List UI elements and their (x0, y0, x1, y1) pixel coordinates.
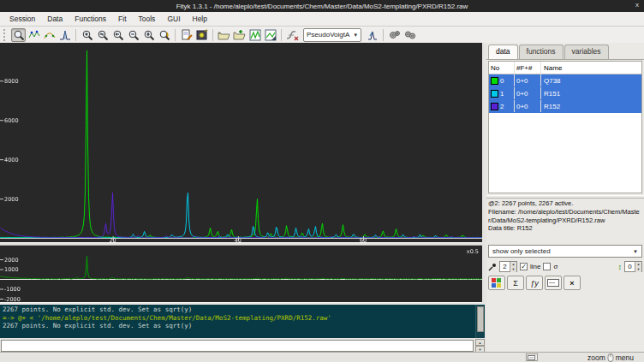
fit-continue-button[interactable] (402, 28, 417, 42)
function-icon (286, 29, 299, 41)
zoom-previous-button[interactable] (157, 28, 171, 42)
statusbar-fields-icon (528, 355, 535, 360)
menu-data[interactable]: Data (41, 13, 69, 25)
delete-dataset-button[interactable]: × (564, 276, 581, 290)
menu-bar: Session Data Functions Fit Tools GUI Hel… (0, 12, 644, 27)
show-filter-select[interactable]: show only selected ▼ (488, 245, 642, 258)
menu-tools[interactable]: Tools (133, 13, 162, 25)
dataset-table: No #F+# Name 0 0+0 Q738 1 0+0 R151 2 0+0… (488, 61, 642, 193)
dataset-name: Q738 (541, 74, 641, 86)
configure-main-plot-button[interactable] (247, 28, 262, 42)
tab-data[interactable]: data (488, 45, 518, 59)
mouse-hint-zoom: zoom (587, 353, 605, 362)
magnifier-icon (13, 29, 25, 41)
function-type-value: PseudoVoigtA (307, 31, 349, 39)
spin-down-icon[interactable]: ▼ (635, 267, 641, 272)
define-function-button[interactable] (285, 28, 300, 42)
line-checkbox-label: line (530, 263, 540, 270)
dataset-color-swatch[interactable] (491, 103, 498, 110)
tab-variables[interactable]: variables (564, 45, 609, 59)
side-panel-splitter[interactable] (486, 195, 644, 199)
info-title: Data title: R152 (488, 224, 642, 233)
configure-aux-plot-button[interactable] (263, 28, 277, 42)
point-size-spinner[interactable]: 2 ▲▼ (499, 261, 517, 272)
command-input[interactable] (1, 340, 474, 352)
shift-spinner[interactable]: 0 ▲▼ (624, 261, 642, 272)
zoom-in-button[interactable] (95, 28, 110, 42)
info-filename: Filename: /home/aleplo/test/Documents/Ch… (488, 208, 642, 225)
sum-button[interactable]: Σ (507, 276, 524, 290)
toolbar-separator (75, 29, 76, 41)
fityk-window: Fityk 1.3.1 - /home/aleplo/test/Document… (0, 0, 644, 362)
table-row[interactable]: 1 0+0 R151 (489, 87, 641, 100)
statusbar-config-button[interactable] (526, 353, 538, 361)
scroll-up-button[interactable]: ▲ (475, 339, 485, 346)
point-size-icon (488, 262, 497, 271)
zoom-mode-button[interactable] (11, 28, 26, 42)
table-row[interactable]: 2 0+0 R152 (489, 100, 641, 113)
fit-run-button[interactable] (387, 28, 402, 42)
data-range-mode-button[interactable] (27, 28, 41, 42)
data-curve-icon (28, 29, 40, 41)
header-f[interactable]: #F+# (515, 62, 541, 74)
zoom-all-button[interactable] (80, 28, 94, 42)
close-button[interactable]: x (635, 1, 639, 9)
plot-frame-icon (249, 29, 261, 41)
menu-session[interactable]: Session (3, 13, 41, 25)
console-scrollbar[interactable] (475, 305, 485, 338)
menu-gui[interactable]: GUI (161, 13, 186, 25)
add-peak-arrow-icon (367, 29, 379, 41)
toolbar-separator (383, 29, 384, 41)
title-bar[interactable]: Fityk 1.3.1 - /home/aleplo/test/Document… (0, 0, 644, 12)
data-editor-button[interactable] (488, 276, 505, 290)
aux-plot-canvas[interactable] (0, 246, 482, 302)
zoom-left-button[interactable] (110, 28, 125, 42)
fit-gears-icon (388, 29, 401, 41)
tab-functions[interactable]: functions (519, 45, 564, 59)
table-row[interactable]: 0 0+0 Q738 (489, 74, 641, 87)
console-scrollbar-thumb[interactable] (477, 306, 484, 332)
info-points: @2: 2267 points, 2267 active. (488, 199, 642, 208)
sigma-checkbox[interactable] (543, 263, 551, 270)
baseline-curve-icon (44, 29, 56, 41)
auto-add-peak-button[interactable] (365, 28, 379, 42)
console-output[interactable]: 2267 points. No explicit std. dev. Set a… (0, 305, 485, 338)
console-line: 2267 points. No explicit std. dev. Set a… (3, 322, 482, 330)
header-no[interactable]: No (489, 62, 515, 74)
settings-button[interactable] (194, 28, 209, 42)
fit-gears-run-icon (403, 29, 416, 41)
zoom-out-button[interactable] (126, 28, 140, 42)
line-checkbox[interactable]: ✓ (520, 263, 528, 270)
add-peak-mode-button[interactable] (57, 28, 72, 42)
main-plot-canvas[interactable] (0, 43, 482, 242)
dataset-color-swatch[interactable] (491, 90, 498, 98)
header-name[interactable]: Name (541, 62, 641, 74)
dataset-no: 1 (500, 90, 504, 98)
toolbar-grip[interactable] (3, 29, 9, 41)
script-editor-button[interactable] (179, 28, 194, 42)
menu-functions[interactable]: Functions (69, 13, 112, 25)
zoom-vertical-button[interactable] (141, 28, 156, 42)
dataset-f-count: 0+0 (515, 74, 541, 86)
dataset-color-swatch[interactable] (491, 77, 498, 85)
load-data-custom-button[interactable] (232, 28, 247, 42)
function-type-select[interactable]: PseudoVoigtA ▼ (303, 28, 361, 42)
script-page-icon (181, 29, 193, 41)
plot-style-controls: 2 ▲▼ ✓ line σ ↕ 0 ▲▼ (488, 260, 642, 273)
show-filter-value: show only selected (492, 247, 551, 255)
spin-down-icon[interactable]: ▼ (510, 267, 516, 272)
chevron-down-icon: ▼ (353, 33, 358, 38)
baseline-mode-button[interactable] (42, 28, 57, 42)
menu-help[interactable]: Help (187, 13, 213, 25)
mouse-hint-menu: menu (616, 353, 634, 362)
dialog-box-icon (547, 279, 559, 287)
magnifier-minus-icon (128, 29, 140, 41)
close-icon: × (569, 279, 574, 288)
mouse-hint: zoom menu (587, 353, 634, 362)
menu-fit[interactable]: Fit (112, 13, 132, 25)
fast-transform-button[interactable]: ƒy (526, 276, 543, 290)
load-data-button[interactable] (217, 28, 231, 42)
side-panel: data functions variables No #F+# Name 0 … (486, 43, 644, 352)
toolbar-separator (281, 29, 282, 41)
transform-dialog-button[interactable] (545, 276, 562, 290)
